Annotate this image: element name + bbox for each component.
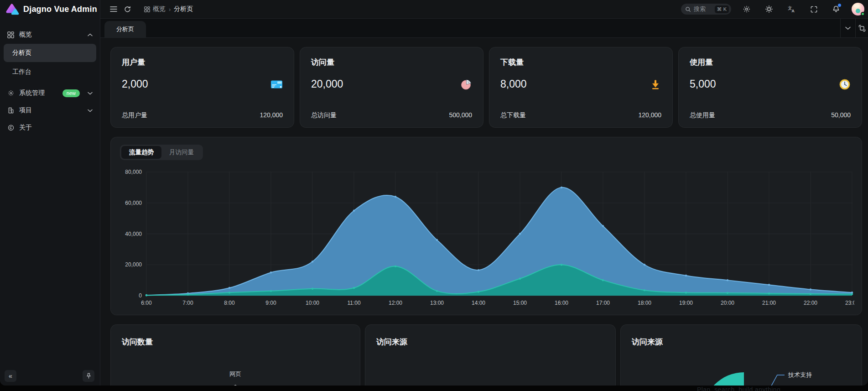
trend-tabs: 流量趋势 月访问量 [120, 145, 203, 160]
pin-sidebar-button[interactable] [83, 370, 94, 382]
trend-chart-area: 6:007:008:009:0010:0011:0012:0013:0014:0… [120, 163, 852, 307]
sidebar-item-project[interactable]: 项目 [4, 102, 96, 119]
stat-footer-label: 总使用量 [690, 111, 715, 120]
svg-text:13:00: 13:00 [430, 300, 444, 306]
sidebar-item-label: 概览 [19, 31, 83, 39]
stat-value: 5,000 [690, 78, 716, 90]
svg-text:7:00: 7:00 [182, 300, 193, 306]
breadcrumb-label: 概览 [153, 5, 166, 13]
card-title: 访问数量 [122, 337, 349, 347]
sidebar-item-analytics[interactable]: 分析页 [4, 44, 96, 62]
svg-text:18:00: 18:00 [638, 300, 651, 306]
radar-chart-peek [225, 384, 245, 386]
tab-analytics[interactable]: 分析页 [104, 21, 146, 37]
svg-text:21:00: 21:00 [762, 300, 776, 306]
chevron-down-icon [88, 109, 93, 112]
tab-bar: 分析页 [100, 19, 868, 38]
double-chevron-left-icon: « [9, 372, 12, 380]
stat-card-visits: 访问量 20,000 [300, 47, 483, 128]
svg-text:19:00: 19:00 [679, 300, 693, 306]
svg-text:12:00: 12:00 [389, 300, 402, 306]
search-placeholder: 搜索 [694, 5, 712, 13]
sidebar-item-about[interactable]: 关于 [4, 120, 96, 136]
sidebar-item-overview[interactable]: 概览 [4, 26, 96, 43]
dashboard-grid-icon [144, 6, 150, 12]
stat-footer-value: 500,000 [449, 111, 472, 120]
tab-controls [840, 19, 868, 37]
pie-slice-peek: 技术支持 [621, 370, 858, 386]
stat-footer-value: 120,000 [260, 111, 283, 120]
visit-count-card: 访问数量 网页 [110, 324, 360, 386]
svg-text:9:00: 9:00 [265, 300, 276, 306]
fullscreen-button[interactable] [807, 2, 821, 16]
theme-toggle-button[interactable] [762, 2, 776, 16]
sun-icon [765, 5, 773, 13]
breadcrumb-item-current[interactable]: 分析页 [174, 5, 193, 13]
stat-value: 2,000 [122, 78, 148, 90]
stat-footer-value: 50,000 [831, 111, 851, 120]
sidebar-item-label: 分析页 [12, 49, 31, 57]
user-avatar[interactable] [852, 3, 864, 16]
svg-text:0: 0 [139, 292, 142, 299]
radar-axis-label: 网页 [229, 370, 241, 378]
tab-list-dropdown-button[interactable] [840, 19, 855, 37]
tab-label: 分析页 [116, 25, 134, 33]
svg-text:6:00: 6:00 [141, 300, 152, 306]
svg-text:16:00: 16:00 [555, 300, 568, 306]
search-shortcut: ⌘ K [715, 5, 729, 13]
breadcrumb-item-overview[interactable]: 概览 [144, 5, 166, 13]
bottom-cards-row: 访问数量 网页 访问来源 [110, 324, 862, 386]
screen: Djagno Vue Admin 概览 分析页 [0, 0, 868, 391]
app-logo-icon [5, 3, 19, 16]
breadcrumb: 概览 › 分析页 [144, 5, 193, 13]
menu-toggle-button[interactable] [107, 2, 120, 16]
dashboard-grid-icon [7, 31, 14, 38]
stat-card-downloads: 下载量 8,000 总下 [489, 47, 673, 128]
stat-footer-label: 总用户量 [122, 111, 147, 120]
stat-title: 用户量 [122, 57, 283, 68]
page-content: 用户量 2,000 [100, 38, 868, 386]
search-input[interactable]: 搜索 ⌘ K [681, 4, 731, 15]
fullscreen-icon [811, 6, 817, 13]
svg-text:15:00: 15:00 [513, 300, 527, 306]
refresh-button[interactable] [120, 2, 134, 16]
stat-footer-value: 120,000 [638, 111, 661, 120]
notifications-button[interactable] [829, 2, 843, 16]
stat-card-users: 用户量 2,000 [110, 47, 294, 128]
tab-monthly-visits[interactable]: 月访问量 [161, 146, 202, 159]
stat-footer-label: 总访问量 [311, 111, 337, 120]
pie-chart-icon [460, 78, 472, 90]
svg-text:14:00: 14:00 [472, 300, 485, 306]
hamburger-icon [110, 6, 117, 12]
sidebar-item-label: 工作台 [12, 68, 31, 76]
svg-text:17:00: 17:00 [596, 300, 610, 306]
stat-value: 8,000 [500, 78, 527, 90]
maximize-content-button[interactable] [855, 19, 868, 37]
tab-traffic-trend[interactable]: 流量趋势 [121, 146, 161, 159]
svg-text:23:00: 23:00 [845, 300, 854, 306]
desktop-background-text: Plan, search, build anything [697, 386, 780, 391]
svg-text:A: A [791, 9, 794, 13]
language-button[interactable]: 文 A [785, 2, 798, 16]
svg-text:80,000: 80,000 [125, 169, 142, 175]
sidebar: Djagno Vue Admin 概览 分析页 [0, 0, 100, 386]
chevron-right-icon: › [169, 6, 171, 13]
svg-text:8:00: 8:00 [224, 300, 235, 306]
card-title: 访问来源 [376, 337, 604, 347]
chevron-down-icon [845, 26, 851, 30]
app-title: Djagno Vue Admin [23, 5, 97, 14]
visit-source-card-1: 访问来源 [365, 324, 616, 386]
sidebar-item-workspace[interactable]: 工作台 [4, 63, 96, 81]
sidebar-item-system[interactable]: 系统管理 new [4, 85, 96, 101]
maximize-icon [858, 25, 866, 32]
collapse-sidebar-button[interactable]: « [5, 370, 16, 382]
logo-row[interactable]: Djagno Vue Admin [0, 0, 100, 19]
gear-icon [743, 5, 750, 13]
trend-chart: 6:007:008:009:0010:0011:0012:0013:0014:0… [120, 163, 854, 307]
svg-text:60,000: 60,000 [125, 200, 142, 206]
chevron-up-icon [88, 33, 93, 36]
gear-icon [7, 90, 14, 97]
app-window: Djagno Vue Admin 概览 分析页 [0, 0, 868, 386]
pie-callout-label: 技术支持 [788, 371, 812, 378]
settings-button[interactable] [740, 2, 754, 16]
